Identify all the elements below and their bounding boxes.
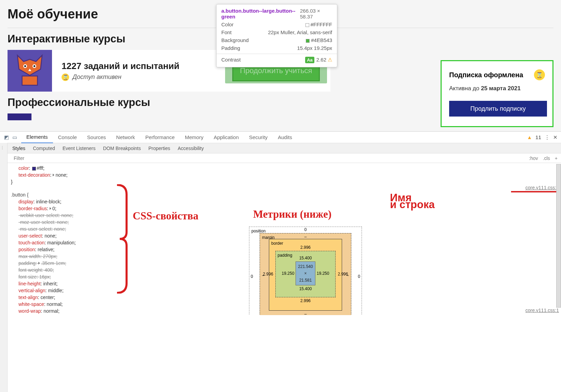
- course-status-text: Доступ активен: [73, 73, 121, 81]
- tooltip-bg-value: #4EB543: [306, 37, 332, 43]
- rule-close: }: [11, 178, 561, 185]
- subtab-accessibility[interactable]: Accessibility: [178, 146, 204, 151]
- tooltip-color-label: Color: [221, 22, 234, 27]
- elements-tree-rail[interactable]: …: [0, 143, 8, 392]
- bm-border-label: border: [271, 240, 283, 247]
- annotation-css-props: CSS-свойства: [133, 213, 198, 219]
- tab-elements[interactable]: Elements: [21, 132, 53, 143]
- tab-network[interactable]: Network: [111, 132, 140, 143]
- tab-audits[interactable]: Audits: [273, 132, 297, 143]
- course-status: ⌛ Доступ активен: [62, 73, 225, 81]
- contrast-aa-badge: Aa: [305, 57, 314, 63]
- inspect-icon[interactable]: ◩: [4, 134, 9, 140]
- element-inspector-tooltip: a.button.button--large.button--green 266…: [216, 4, 337, 67]
- add-rule-button[interactable]: +: [555, 156, 558, 161]
- subtab-computed[interactable]: Computed: [33, 146, 55, 151]
- tooltip-font-label: Font: [221, 29, 232, 35]
- close-icon[interactable]: ✕: [553, 134, 558, 140]
- tooltip-font-value: 22px Muller, Arial, sans-serif: [268, 29, 332, 35]
- rule-selector[interactable]: .button {: [11, 191, 561, 198]
- tooltip-padding-value: 15.4px 19.25px: [297, 45, 332, 51]
- subtab-event-listeners[interactable]: Event Listeners: [63, 146, 96, 151]
- tooltip-selector: a.button.button--large.button--green: [221, 8, 300, 19]
- warning-icon[interactable]: ▲: [527, 134, 532, 140]
- course-info: 1227 заданий и испытаний ⌛ Доступ активе…: [52, 61, 225, 81]
- styles-filter-input[interactable]: [11, 154, 529, 162]
- expiry-date: 25 марта 2021: [481, 85, 521, 92]
- svg-marker-0: [17, 55, 42, 76]
- tooltip-bg-label: Background: [221, 37, 249, 43]
- hov-toggle[interactable]: :hov: [529, 156, 538, 161]
- styles-filter-row: :hov .cls +: [0, 153, 561, 163]
- more-icon[interactable]: ⋮: [545, 134, 550, 140]
- tooltip-padding-label: Padding: [221, 45, 240, 51]
- tab-console[interactable]: Console: [53, 132, 82, 143]
- subscription-title: Подписка оформлена: [449, 71, 523, 79]
- tooltip-color-value: #FFFFFF: [305, 22, 332, 27]
- tab-memory[interactable]: Memory: [180, 132, 209, 143]
- expiry-prefix: Активна до: [449, 85, 481, 92]
- tooltip-dimensions: 266.03 × 58.37: [300, 8, 332, 19]
- subscription-card: Подписка оформлена ⌛ Активна до 25 марта…: [441, 60, 553, 127]
- annotation-name-and-line: Имя и строка: [390, 194, 435, 208]
- annotation-metrics: Метрики (ниже): [253, 211, 331, 218]
- styles-pane: color: #fff;text-decoration: none;}core.…: [0, 163, 561, 315]
- annotation-bracket: [116, 184, 127, 294]
- tab-security[interactable]: Security: [244, 132, 273, 143]
- tab-sources[interactable]: Sources: [82, 132, 111, 143]
- bm-padding-label: padding: [278, 252, 292, 259]
- source-link[interactable]: core.v111.css:1: [525, 184, 559, 191]
- box-model-diagram: position 0 0 0 0 margin – – – – border 2…: [249, 227, 362, 295]
- devtools-panel: ◩ ▭ ElementsConsoleSourcesNetworkPerform…: [0, 131, 561, 315]
- subtab-properties[interactable]: Properties: [148, 146, 170, 151]
- course-avatar: [8, 50, 52, 92]
- tooltip-contrast-value: Aa2.62⚠: [305, 57, 332, 63]
- subtab-dom-breakpoints[interactable]: DOM Breakpoints: [103, 146, 141, 151]
- devtools-main-tabs: ◩ ▭ ElementsConsoleSourcesNetworkPerform…: [0, 132, 561, 143]
- tooltip-contrast-label: Contrast: [221, 57, 241, 63]
- css-declaration[interactable]: color: #fff;: [11, 165, 561, 172]
- scrollbar-thumb[interactable]: [556, 164, 561, 308]
- subscription-expiry: Активна до 25 марта 2021: [449, 85, 545, 92]
- course-title: 1227 заданий и испытаний: [62, 61, 225, 71]
- color-swatch-icon: [305, 23, 309, 27]
- svg-point-3: [24, 65, 26, 67]
- course-card-peek: [8, 113, 31, 120]
- tab-performance[interactable]: Performance: [140, 132, 180, 143]
- device-toolbar-icon[interactable]: ▭: [12, 134, 17, 140]
- renew-subscription-button[interactable]: Продлить подписку: [449, 101, 547, 117]
- svg-point-4: [34, 65, 35, 67]
- svg-rect-6: [22, 76, 38, 85]
- subtab-styles[interactable]: Styles: [12, 146, 25, 151]
- color-swatch-icon: [306, 39, 310, 43]
- warning-icon: ⚠: [328, 57, 332, 63]
- source-link[interactable]: core.v111.css:1: [525, 307, 559, 314]
- cls-toggle[interactable]: .cls: [543, 156, 550, 161]
- bm-content: 221.540 × 21.581: [296, 261, 315, 285]
- hourglass-icon: ⌛: [534, 69, 545, 80]
- warning-count[interactable]: 11: [535, 134, 541, 140]
- styles-sub-tabs: StylesComputedEvent ListenersDOM Breakpo…: [0, 143, 561, 153]
- css-declaration[interactable]: text-decoration: none;: [11, 172, 561, 178]
- tab-application[interactable]: Application: [209, 132, 244, 143]
- hourglass-icon: ⌛: [62, 73, 69, 81]
- css-declaration[interactable]: display: inline-block;: [11, 198, 561, 205]
